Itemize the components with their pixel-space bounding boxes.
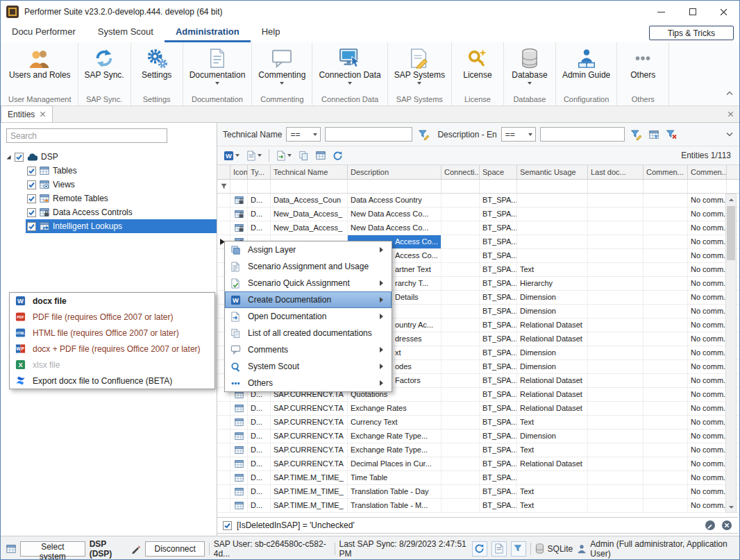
cell[interactable] [442,430,480,443]
log-button[interactable] [491,541,507,557]
cell[interactable] [644,249,688,262]
cell[interactable] [588,416,644,429]
cell[interactable] [442,416,480,429]
cell[interactable] [644,305,688,318]
cell[interactable]: No comm... [688,263,727,276]
cell[interactable] [588,235,644,248]
cell[interactable] [442,194,480,207]
checkbox-checked-icon[interactable] [27,194,36,203]
cell[interactable]: BT_SPA... [480,388,517,401]
context-menu-item[interactable]: Others [225,375,392,391]
toolbar-button[interactable]: W [221,149,242,162]
cell[interactable]: No comm... [688,305,727,318]
table-row[interactable]: D...SAP.TIME.M_TIME_Time TableBT_SPA...N… [217,471,739,485]
context-menu-item[interactable]: System Scout [225,358,392,375]
ribbon-button[interactable]: Database [510,44,549,94]
cell[interactable]: SAP.CURRENCY.TA [271,402,348,415]
table-row[interactable]: D...SAP.TIME.M_TIME_Translation Table - … [217,485,739,499]
table-row[interactable]: D...New_Data_Access_New Data Access Co..… [217,207,739,221]
column-header[interactable]: Ty... [248,165,271,179]
cell[interactable]: D... [248,443,271,457]
cell[interactable] [644,402,688,415]
cell[interactable] [517,221,588,235]
cell[interactable] [644,332,688,346]
row-indicator[interactable] [217,416,230,429]
cell[interactable]: Relational Dataset [517,374,588,387]
table-lock-icon[interactable] [230,207,248,221]
cell[interactable]: New Data Access Co... [348,221,442,235]
cell[interactable]: Decimal Places in Cur... [348,457,442,470]
filter-clear-icon[interactable] [665,128,679,142]
cell[interactable]: No comm... [688,277,727,290]
cell[interactable] [644,374,688,387]
cell[interactable]: BT_SPA... [480,360,517,373]
cell[interactable] [588,346,644,359]
circle-x-icon[interactable] [721,520,732,531]
column-header[interactable]: Description [348,165,442,179]
table-icon[interactable] [230,499,248,512]
cell[interactable]: Text [517,416,588,429]
tabstrip-close-button[interactable] [728,105,734,122]
cell[interactable]: No comm... [688,443,727,457]
table-row[interactable]: D...SAP.CURRENCY.TACurrency TextBT_SPA..… [217,416,739,430]
cell[interactable]: Dimension [517,305,588,318]
cell[interactable]: No comm... [688,471,727,484]
cell[interactable]: Relational Dataset [517,388,588,401]
cell[interactable]: D... [248,457,271,470]
cell[interactable]: D... [248,471,271,484]
submenu-item[interactable]: PDF PDF file (requires Office 2007 or la… [10,309,215,325]
cell[interactable]: No comm... [688,485,727,498]
cell[interactable] [588,457,644,470]
cell[interactable] [588,499,644,512]
cell[interactable]: No comm... [688,416,727,429]
cell[interactable]: No comm... [688,319,727,332]
row-indicator[interactable] [217,207,230,221]
cell[interactable]: No comm... [688,346,727,359]
cell[interactable]: No comm... [688,374,727,387]
toolbar-button[interactable] [314,149,328,162]
table-row[interactable]: D...SAP.CURRENCY.TADecimal Places in Cur… [217,457,739,471]
disconnect-button[interactable]: Disconnect [145,541,204,557]
circle-edit-icon[interactable] [705,520,716,531]
cell[interactable] [644,263,688,276]
table-icon[interactable] [230,416,248,429]
cell[interactable] [588,263,644,276]
cell[interactable]: BT_SPA... [480,499,517,512]
context-menu-item[interactable]: W Create Documentation [225,291,392,308]
row-indicator[interactable] [217,499,230,512]
cell[interactable]: No comm... [688,360,727,373]
close-small-icon[interactable] [40,111,46,117]
chevron-down-icon[interactable] [725,132,734,137]
ribbon-tab[interactable]: Help [251,23,292,42]
cell[interactable]: BT_SPA... [480,430,517,443]
cell[interactable]: D... [248,499,271,512]
cell[interactable] [588,249,644,262]
ribbon-button[interactable]: Commenting [258,44,305,94]
ribbon-tab[interactable]: Docu Performer [1,23,87,42]
cell[interactable]: Text [517,485,588,498]
cell[interactable]: BT_SPA... [480,235,517,248]
submenu-item[interactable]: X xlsx file [10,357,215,373]
cell[interactable]: No comm... [688,249,727,262]
cell[interactable] [588,319,644,332]
cell[interactable] [588,485,644,498]
cell[interactable] [442,277,480,290]
ribbon-button[interactable]: Admin Guide [562,44,610,94]
ribbon-tab[interactable]: Administration [165,23,251,42]
minimize-button[interactable] [646,1,677,23]
cell[interactable]: D... [248,207,271,221]
submenu-item[interactable]: Export docx file to Confluence (BETA) [10,373,215,389]
cell[interactable]: BT_SPA... [480,402,517,415]
checkbox-checked-icon[interactable] [15,153,24,162]
filter-field1-operator[interactable]: == [286,127,321,142]
cell[interactable] [517,194,588,207]
table-icon[interactable] [230,485,248,498]
row-indicator[interactable] [217,430,230,443]
cell[interactable] [588,305,644,318]
cell[interactable]: Hierarchy [517,277,588,290]
cell[interactable]: SAP.CURRENCY.TA [271,416,348,429]
column-header[interactable]: Last doc... [588,165,644,179]
column-header[interactable]: Connecti... [442,165,480,179]
cell[interactable]: Dimension [517,430,588,443]
cell[interactable] [588,221,644,235]
